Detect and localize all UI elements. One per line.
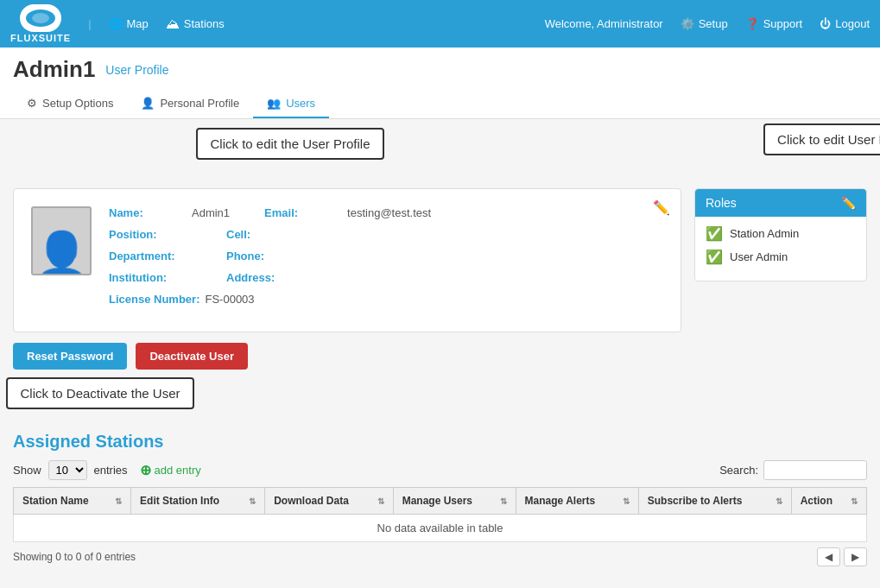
sort-icon-5: ⇅: [623, 496, 630, 506]
prev-page-button[interactable]: ◀: [817, 547, 840, 566]
col-station-name[interactable]: Station Name ⇅: [14, 488, 131, 515]
role-label-1: Station Admin: [730, 227, 799, 240]
edit-profile-icon[interactable]: ✏️: [653, 199, 670, 216]
brand: FLUXSUITE: [10, 4, 71, 43]
user-roles-callout-box: Click to edit User Roles: [763, 123, 880, 155]
col-manage-alerts[interactable]: Manage Alerts ⇅: [516, 488, 638, 515]
power-icon: ⏻: [820, 17, 831, 30]
table-body: No data available in table: [14, 515, 867, 542]
welcome-text: Welcome, Administrator: [545, 17, 663, 30]
roles-title: Roles: [706, 196, 737, 210]
roles-body: ✅ Station Admin ✅ User Admin: [695, 217, 866, 281]
brand-name: FLUXSUITE: [10, 33, 71, 43]
nav-stations[interactable]: ⛰ Stations: [166, 16, 225, 32]
plus-icon: ⊕: [140, 462, 151, 478]
stations-icon: ⛰: [166, 16, 180, 32]
nav-setup[interactable]: ⚙️ Setup: [681, 17, 728, 30]
position-label: Position:: [109, 228, 187, 241]
next-page-button[interactable]: ▶: [844, 547, 867, 566]
showing-text: Showing 0 to 0 of 0 entries: [13, 551, 136, 563]
entries-select[interactable]: 10 25 50: [48, 460, 87, 480]
support-icon: ❓: [745, 17, 759, 30]
nav-logout[interactable]: ⏻ Logout: [820, 17, 870, 30]
page-title: Admin1: [13, 56, 95, 83]
empty-message: No data available in table: [14, 515, 867, 542]
map-icon: 🌐: [109, 17, 123, 30]
profile-section: 👤 ✏️ Name: Admin1 Email: testing@test.te…: [0, 188, 880, 332]
col-subscribe-alerts[interactable]: Subscribe to Alerts ⇅: [638, 488, 791, 515]
sort-icon-7: ⇅: [851, 496, 858, 506]
edit-roles-icon[interactable]: ✏️: [841, 196, 856, 210]
brand-logo: [20, 4, 61, 32]
cell-label: Cell:: [226, 228, 304, 241]
setup-icon: ⚙️: [681, 17, 694, 30]
sort-icon-6: ⇅: [776, 496, 782, 506]
license-value: FS-00003: [205, 293, 254, 306]
table-header: Station Name ⇅ Edit Station Info ⇅ Downl…: [14, 488, 867, 515]
email-value: testing@test.test: [347, 206, 431, 219]
check-icon-2: ✅: [706, 249, 723, 265]
col-download-data[interactable]: Download Data ⇅: [265, 488, 393, 515]
license-label: License Number:: [109, 293, 199, 306]
col-action[interactable]: Action ⇅: [791, 488, 866, 515]
page-subtitle: User Profile: [105, 63, 168, 77]
nav-support[interactable]: ❓ Support: [745, 17, 803, 30]
stations-title: Assigned Stations: [13, 432, 867, 452]
user-profile-callout: Click to edit the User Profile: [259, 128, 321, 150]
tab-users[interactable]: 👥 Users: [253, 90, 329, 118]
users-tab-icon: 👥: [267, 97, 281, 110]
show-label: Show: [13, 464, 41, 477]
search-input[interactable]: [763, 460, 867, 480]
department-label: Department:: [109, 250, 187, 262]
svg-point-1: [32, 13, 49, 23]
avatar: 👤: [31, 206, 92, 275]
col-edit-station[interactable]: Edit Station Info ⇅: [131, 488, 265, 515]
user-roles-callout: Click to edit User Roles: [818, 123, 871, 146]
page-header: Admin1 User Profile ⚙ Setup Options 👤 Pe…: [0, 47, 880, 119]
col-manage-users[interactable]: Manage Users ⇅: [393, 488, 516, 515]
pagination-row: Showing 0 to 0 of 0 entries ◀ ▶: [13, 542, 867, 572]
tabs: ⚙ Setup Options 👤 Personal Profile 👥 Use…: [13, 90, 867, 118]
deactivate-callout: Click to Deactivate the User: [86, 377, 114, 403]
nav-divider: |: [88, 17, 91, 30]
nav-map[interactable]: 🌐 Map: [109, 17, 149, 30]
name-label: Name:: [109, 206, 187, 219]
empty-row: No data available in table: [14, 515, 867, 542]
user-tab-icon: 👤: [141, 97, 155, 110]
tab-setup-options[interactable]: ⚙ Setup Options: [13, 90, 127, 118]
role-user-admin: ✅ User Admin: [706, 249, 856, 265]
sort-icon-4: ⇅: [500, 496, 507, 506]
roles-header: Roles ✏️: [695, 189, 866, 217]
user-profile-callout-box: Click to edit the User Profile: [196, 128, 383, 160]
check-icon-1: ✅: [706, 225, 723, 242]
name-value: Admin1: [192, 206, 230, 219]
phone-label: Phone:: [226, 250, 304, 262]
sort-icon-3: ⇅: [377, 496, 384, 506]
sort-icon-2: ⇅: [249, 496, 256, 506]
role-station-admin: ✅ Station Admin: [706, 225, 856, 242]
tab-personal-profile[interactable]: 👤 Personal Profile: [127, 90, 253, 118]
table-controls: Show 10 25 50 entries ⊕ add entry Search…: [13, 460, 867, 480]
setup-tab-icon: ⚙: [27, 97, 37, 110]
email-label: Email:: [264, 206, 342, 219]
buttons-area: Reset Password Deactivate User Click to …: [0, 332, 880, 380]
deactivate-user-button[interactable]: Deactivate User: [136, 343, 248, 370]
stations-table: Station Name ⇅ Edit Station Info ⇅ Downl…: [13, 487, 867, 542]
avatar-silhouette-icon: 👤: [34, 232, 90, 275]
search-area: Search:: [719, 460, 867, 480]
address-label: Address:: [226, 271, 304, 284]
add-entry-button[interactable]: ⊕ add entry: [140, 462, 201, 478]
profile-card: 👤 ✏️ Name: Admin1 Email: testing@test.te…: [13, 188, 681, 332]
sort-icon-1: ⇅: [115, 496, 122, 506]
pagination-buttons: ◀ ▶: [817, 547, 867, 566]
navbar: FLUXSUITE | 🌐 Map ⛰ Stations Welcome, Ad…: [0, 0, 880, 47]
search-label: Search:: [719, 464, 758, 477]
entries-label: entries: [94, 464, 128, 477]
deactivate-callout-box: Click to Deactivate the User: [6, 377, 193, 409]
stations-section: Assigned Stations Show 10 25 50 entries …: [0, 432, 880, 585]
roles-card: Roles ✏️ ✅ Station Admin ✅ User Admin: [694, 188, 867, 281]
role-label-2: User Admin: [730, 250, 788, 263]
reset-password-button[interactable]: Reset Password: [13, 343, 127, 370]
institution-label: Institution:: [109, 271, 187, 284]
